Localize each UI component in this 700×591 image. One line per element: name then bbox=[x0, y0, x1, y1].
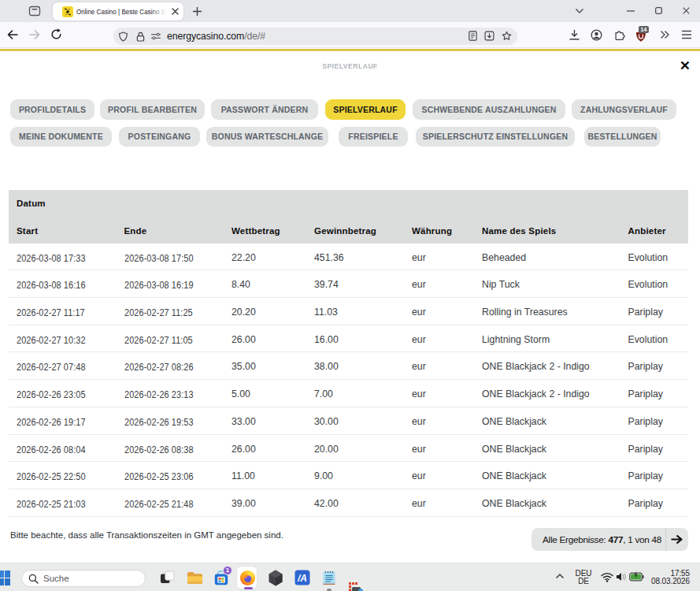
svg-text:/A: /A bbox=[297, 573, 307, 584]
